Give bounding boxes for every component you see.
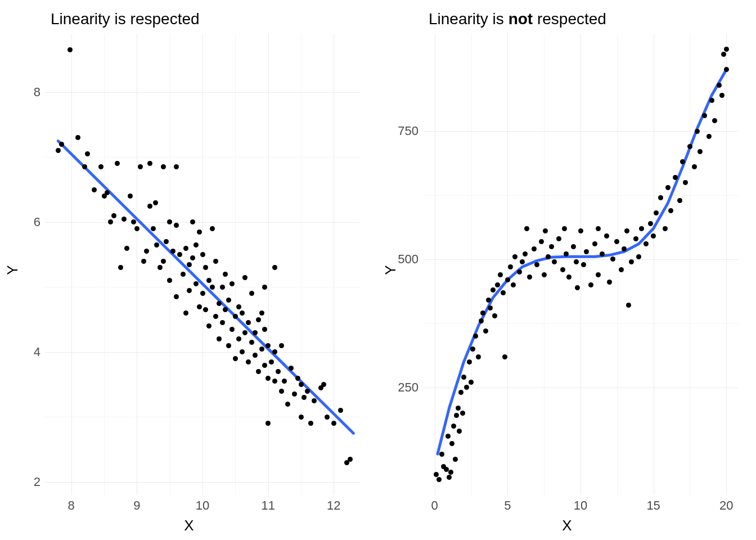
- data-point: [724, 67, 729, 72]
- data-point: [200, 252, 205, 257]
- gridline-v: [268, 34, 269, 495]
- data-point: [321, 382, 326, 387]
- data-point: [490, 287, 496, 292]
- data-point: [217, 336, 222, 341]
- data-point: [262, 285, 267, 290]
- data-point: [448, 470, 453, 475]
- data-point: [434, 472, 439, 477]
- data-point: [584, 249, 589, 254]
- data-point: [639, 226, 644, 231]
- data-point: [470, 346, 475, 352]
- data-point: [447, 475, 452, 480]
- data-point: [82, 164, 87, 169]
- data-point: [683, 180, 688, 185]
- data-point: [724, 47, 729, 52]
- data-point: [454, 413, 459, 418]
- data-point: [187, 288, 192, 293]
- data-point: [456, 406, 461, 411]
- data-point: [249, 291, 254, 296]
- data-point: [695, 129, 700, 134]
- x-tick-label: 11: [261, 498, 274, 513]
- data-point: [607, 280, 612, 285]
- data-point: [299, 415, 304, 420]
- data-point: [552, 259, 557, 264]
- data-point: [230, 281, 235, 286]
- data-point: [520, 259, 525, 264]
- data-point: [302, 395, 307, 400]
- data-point: [624, 228, 629, 233]
- data-point: [242, 330, 248, 335]
- data-point: [512, 254, 518, 259]
- data-point: [122, 217, 127, 222]
- data-point: [527, 274, 532, 280]
- x-tick-label: 5: [504, 498, 511, 513]
- data-point: [262, 363, 267, 368]
- gridline-v: [71, 34, 72, 495]
- data-point: [560, 267, 565, 272]
- data-point: [151, 226, 156, 231]
- data-point: [128, 194, 133, 199]
- data-point: [453, 457, 458, 462]
- chart-panel-right: Linearity is not respected X Y 051015202…: [378, 0, 756, 540]
- y-tick-label: 750: [398, 124, 418, 138]
- data-point: [170, 249, 176, 254]
- data-point: [276, 369, 281, 374]
- data-point: [147, 161, 152, 166]
- data-point: [680, 159, 685, 164]
- data-point: [542, 272, 547, 277]
- data-point: [177, 252, 182, 257]
- data-point: [240, 310, 245, 316]
- data-point: [262, 327, 267, 332]
- gridline-h: [45, 92, 360, 93]
- data-point: [220, 320, 225, 325]
- data-point: [502, 354, 507, 359]
- data-point: [236, 304, 241, 309]
- data-point: [141, 259, 146, 264]
- data-point: [272, 379, 277, 384]
- data-point: [308, 421, 313, 426]
- data-point: [256, 369, 261, 374]
- plot-area-right: [423, 34, 738, 495]
- data-point: [197, 230, 202, 235]
- data-point: [556, 236, 561, 241]
- data-point: [272, 349, 277, 354]
- gridline-h: [45, 352, 360, 353]
- data-point: [266, 343, 271, 348]
- gridline-v-minor: [544, 34, 544, 495]
- data-point: [636, 254, 641, 259]
- data-point: [721, 52, 726, 57]
- data-point: [549, 244, 554, 249]
- data-point: [614, 239, 619, 244]
- x-tick-label: 8: [68, 498, 75, 513]
- gridline-v-minor: [170, 34, 170, 495]
- data-point: [167, 219, 172, 224]
- data-point: [562, 226, 567, 231]
- data-point: [144, 249, 149, 254]
- data-point: [194, 242, 199, 248]
- data-point: [698, 149, 703, 154]
- gridline-v-minor: [301, 34, 302, 495]
- data-point: [619, 267, 624, 272]
- y-tick-label: 2: [34, 475, 40, 489]
- data-point: [203, 307, 208, 312]
- data-point: [183, 246, 188, 251]
- data-point: [658, 195, 663, 200]
- plot-area-left: [45, 34, 360, 495]
- data-point: [230, 327, 235, 332]
- x-tick-label: 9: [133, 498, 140, 513]
- data-point: [508, 264, 513, 269]
- y-tick-label: 6: [34, 215, 40, 230]
- data-point: [174, 294, 179, 299]
- data-point: [687, 144, 692, 149]
- data-point: [592, 241, 597, 246]
- data-point: [246, 320, 251, 325]
- data-point: [610, 256, 615, 262]
- data-point: [492, 313, 497, 318]
- gridline-h-minor: [45, 287, 360, 287]
- data-point: [534, 262, 539, 267]
- data-point: [476, 354, 481, 359]
- data-point: [600, 251, 605, 256]
- data-point: [190, 219, 195, 224]
- data-point: [588, 282, 593, 287]
- data-point: [719, 93, 724, 98]
